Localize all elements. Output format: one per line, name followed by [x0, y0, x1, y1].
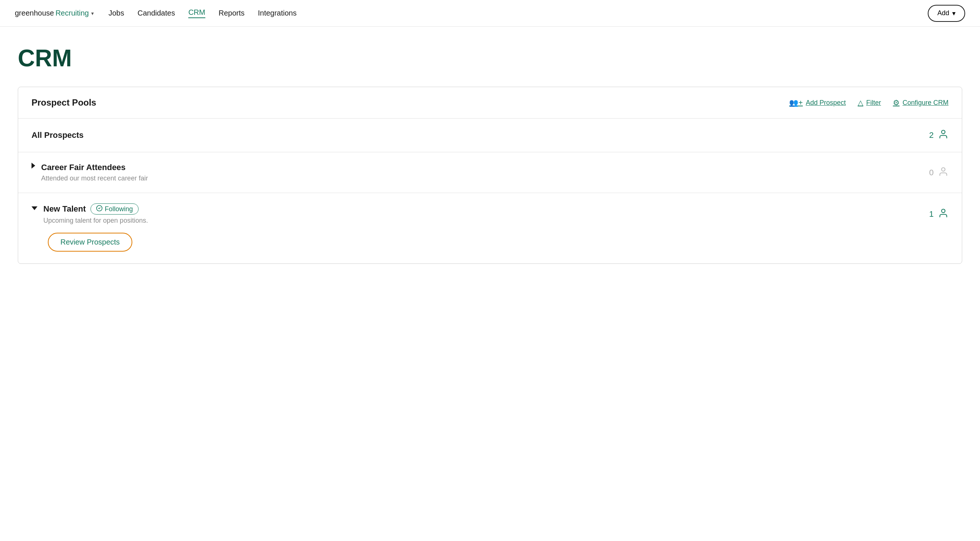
new-talent-person-icon — [938, 208, 948, 221]
new-talent-left: New Talent Following — [32, 204, 148, 224]
prospect-pools-title: Prospect Pools — [32, 97, 96, 108]
all-prospects-count: 2 — [929, 130, 934, 140]
nav-jobs[interactable]: Jobs — [108, 9, 124, 18]
career-fair-expand-icon[interactable] — [32, 163, 35, 170]
new-talent-info: New Talent Following — [43, 204, 148, 224]
all-prospects-right: 2 — [929, 129, 948, 142]
logo-text: greenhouse — [15, 9, 54, 18]
svg-point-1 — [942, 167, 945, 171]
nav-integrations[interactable]: Integrations — [258, 9, 297, 18]
new-talent-right: 1 — [929, 208, 948, 221]
all-prospects-name: All Prospects — [32, 130, 84, 140]
career-fair-desc: Attended our most recent career fair — [41, 175, 148, 182]
new-talent-count: 1 — [929, 209, 934, 219]
following-label: Following — [105, 205, 133, 213]
filter-label: Filter — [866, 99, 881, 107]
logo-text-green: Recruiting — [56, 9, 89, 18]
nav-add-label: Add — [937, 9, 949, 17]
nav-logo[interactable]: greenhouse Recruiting ▾ — [15, 9, 94, 18]
prospect-pools-header: Prospect Pools 👥+ Add Prospect △ Filter … — [18, 87, 962, 119]
filter-link[interactable]: △ Filter — [858, 98, 881, 107]
new-talent-row: New Talent Following — [18, 193, 962, 228]
nav-add-chevron-icon: ▾ — [952, 9, 956, 18]
prospect-pools-card: Prospect Pools 👥+ Add Prospect △ Filter … — [18, 87, 962, 264]
career-fair-info: Career Fair Attendees Attended our most … — [41, 163, 148, 182]
prospect-pools-actions: 👥+ Add Prospect △ Filter ⚙ Configure CRM — [789, 98, 948, 107]
nav-crm[interactable]: CRM — [188, 8, 205, 18]
career-fair-name: Career Fair Attendees — [41, 163, 148, 172]
career-fair-row[interactable]: Career Fair Attendees Attended our most … — [18, 152, 962, 193]
logo-chevron-icon: ▾ — [91, 10, 94, 16]
review-prospects-button[interactable]: Review Prospects — [48, 233, 132, 251]
new-talent-name: New Talent — [43, 204, 86, 214]
add-prospect-label: Add Prospect — [806, 99, 846, 107]
nav-links: Jobs Candidates CRM Reports Integrations — [108, 8, 913, 18]
page-content: CRM Prospect Pools 👥+ Add Prospect △ Fil… — [0, 27, 980, 282]
nav-add-button[interactable]: Add ▾ — [928, 5, 965, 22]
career-fair-count: 0 — [929, 168, 934, 178]
nav-candidates[interactable]: Candidates — [137, 9, 175, 18]
all-prospects-row[interactable]: All Prospects 2 — [18, 119, 962, 152]
following-check-icon — [96, 205, 103, 213]
svg-point-0 — [942, 130, 945, 134]
page-title: CRM — [18, 45, 962, 72]
svg-point-3 — [942, 209, 945, 212]
configure-crm-link[interactable]: ⚙ Configure CRM — [893, 98, 948, 107]
filter-icon: △ — [858, 98, 863, 107]
new-talent-expanded-content: Review Prospects — [18, 228, 962, 263]
career-fair-person-icon — [938, 166, 948, 179]
add-prospect-link[interactable]: 👥+ Add Prospect — [789, 98, 846, 107]
new-talent-desc: Upcoming talent for open positions. — [43, 217, 148, 224]
new-talent-expand-icon[interactable] — [32, 205, 37, 212]
configure-crm-icon: ⚙ — [893, 98, 900, 107]
all-prospects-person-icon — [938, 129, 948, 142]
following-badge[interactable]: Following — [91, 204, 138, 215]
add-prospect-icon: 👥+ — [789, 98, 803, 107]
configure-crm-label: Configure CRM — [902, 99, 948, 107]
new-talent-section: New Talent Following — [18, 193, 962, 263]
new-talent-name-line: New Talent Following — [43, 204, 148, 215]
career-fair-right: 0 — [929, 166, 948, 179]
main-nav: greenhouse Recruiting ▾ Jobs Candidates … — [0, 0, 980, 27]
career-fair-left: Career Fair Attendees Attended our most … — [32, 163, 148, 182]
nav-reports[interactable]: Reports — [219, 9, 245, 18]
